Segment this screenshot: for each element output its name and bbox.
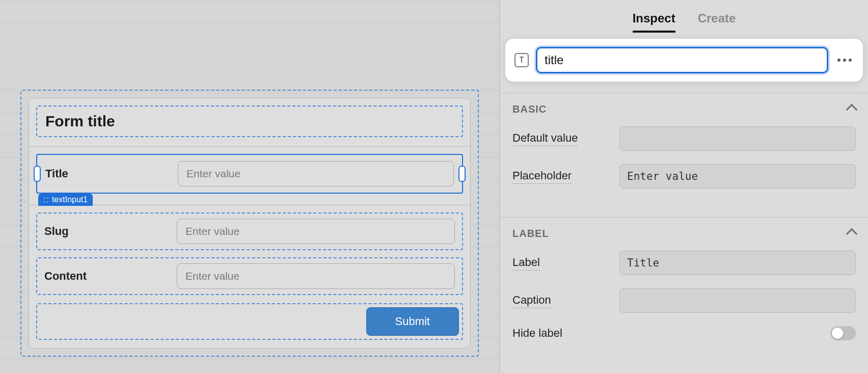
chevron-up-icon xyxy=(846,103,858,115)
chevron-up-icon xyxy=(846,228,858,239)
submit-button[interactable]: Submit xyxy=(366,307,459,336)
field-input-slug[interactable] xyxy=(177,219,455,244)
drag-handle-icon[interactable]: :: xyxy=(43,195,50,204)
field-row-title[interactable]: Title ::textInput1 xyxy=(36,154,463,194)
section-title: LABEL xyxy=(512,228,549,239)
field-row-content[interactable]: Content xyxy=(36,257,463,295)
inspector-panel: Inspect Create T BASIC Default value Pla… xyxy=(499,0,868,373)
component-tag[interactable]: ::textInput1 xyxy=(38,194,93,206)
more-menu-icon[interactable] xyxy=(835,59,854,62)
prop-label: Label xyxy=(512,256,540,271)
section-basic: BASIC Default value Placeholder xyxy=(500,93,868,206)
caption-input[interactable] xyxy=(619,288,856,313)
inspector-tabs: Inspect Create xyxy=(500,0,868,39)
default-value-input[interactable] xyxy=(619,126,856,151)
field-input-content[interactable] xyxy=(177,263,455,289)
tab-create[interactable]: Create xyxy=(698,11,736,33)
component-tag-label: textInput1 xyxy=(52,195,88,204)
field-label: Content xyxy=(44,270,161,283)
prop-label: Placeholder xyxy=(512,169,572,184)
component-name-input[interactable] xyxy=(536,47,828,73)
form-panel: Form title Title ::textInput1 Slug Conte… xyxy=(29,98,471,349)
prop-label: Default value xyxy=(512,131,578,146)
prop-default-value: Default value xyxy=(512,126,856,151)
field-row-slug[interactable]: Slug xyxy=(36,212,463,250)
prop-hide-label: Hide label xyxy=(512,326,856,340)
editor-canvas[interactable]: Form title Title ::textInput1 Slug Conte… xyxy=(0,0,499,373)
submit-block[interactable]: Submit xyxy=(36,303,463,340)
hide-label-toggle[interactable] xyxy=(830,326,856,340)
prop-label: Label xyxy=(512,251,856,275)
section-label: LABEL Label Caption Hide label xyxy=(500,217,868,344)
form-title: Form title xyxy=(45,113,454,130)
component-name-card: T xyxy=(505,39,863,82)
field-label: Title xyxy=(45,167,162,180)
field-input-title[interactable] xyxy=(178,161,454,186)
prop-label: Caption xyxy=(512,294,551,308)
section-header-basic[interactable]: BASIC xyxy=(512,103,856,115)
tab-inspect[interactable]: Inspect xyxy=(633,11,675,33)
divider xyxy=(29,205,470,205)
section-title: BASIC xyxy=(512,103,547,115)
section-header-label[interactable]: LABEL xyxy=(512,228,856,239)
prop-placeholder: Placeholder xyxy=(512,164,856,189)
form-container-selection[interactable]: Form title Title ::textInput1 Slug Conte… xyxy=(20,90,479,357)
prop-label: Hide label xyxy=(512,327,562,340)
text-input-type-icon: T xyxy=(514,53,529,67)
placeholder-input[interactable] xyxy=(619,164,856,189)
field-label: Slug xyxy=(44,225,161,238)
form-title-block[interactable]: Form title xyxy=(36,105,463,137)
divider xyxy=(29,146,470,147)
prop-caption: Caption xyxy=(512,288,856,313)
label-input[interactable] xyxy=(619,251,856,275)
